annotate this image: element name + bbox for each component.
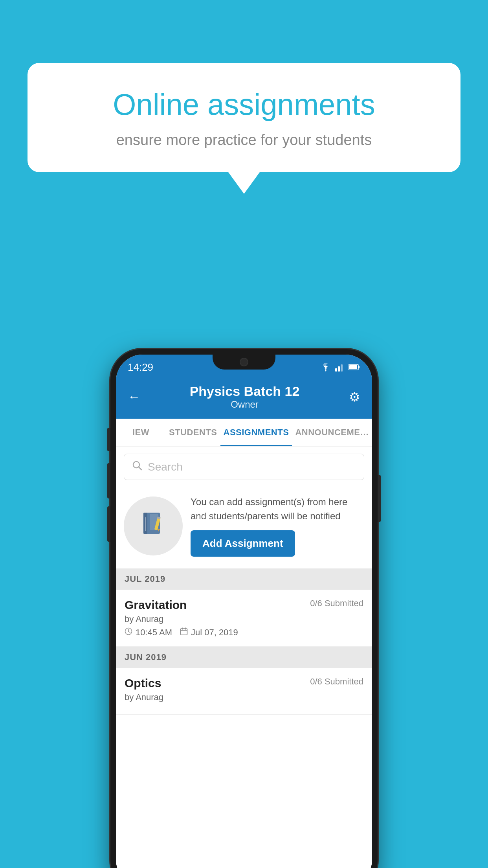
side-btn-volume-up <box>107 463 110 498</box>
assignment-name-gravitation: Gravitation <box>125 598 187 612</box>
clock-icon <box>125 627 132 638</box>
assignment-gravitation[interactable]: Gravitation 0/6 Submitted by Anurag <box>116 590 372 647</box>
add-assignment-promo: You can add assignment(s) from here and … <box>116 487 372 568</box>
phone-notch <box>213 355 275 370</box>
svg-line-7 <box>139 467 141 470</box>
batch-subtitle: Owner <box>190 399 300 410</box>
tab-announcements[interactable]: ANNOUNCEME… <box>292 419 372 446</box>
svg-rect-5 <box>349 365 357 369</box>
phone-screen: 14:29 <box>116 355 372 868</box>
add-assignment-button[interactable]: Add Assignment <box>191 530 295 557</box>
search-placeholder: Search <box>148 461 183 473</box>
tab-students[interactable]: STUDENTS <box>166 419 220 446</box>
back-button[interactable]: ← <box>128 390 140 404</box>
phone-camera <box>240 358 248 366</box>
search-icon <box>132 460 142 473</box>
svg-rect-1 <box>338 366 340 371</box>
svg-rect-18 <box>180 629 187 635</box>
signal-icon <box>335 363 345 371</box>
tab-assignments[interactable]: ASSIGNMENTS <box>220 419 292 446</box>
phone-frame: 14:29 <box>110 349 378 868</box>
header-title-block: Physics Batch 12 Owner <box>190 384 300 410</box>
section-jul-2019: JUL 2019 <box>116 568 372 590</box>
phone-outer: 14:29 <box>110 349 378 868</box>
wifi-icon <box>320 363 331 371</box>
status-icons <box>320 363 360 371</box>
calendar-icon <box>180 627 188 638</box>
speech-bubble-title: Online assignments <box>55 86 433 122</box>
assignment-optics[interactable]: Optics 0/6 Submitted by Anurag <box>116 668 372 715</box>
meta-date: Jul 07, 2019 <box>180 627 238 638</box>
app-header: ← Physics Batch 12 Owner ⚙ <box>116 377 372 419</box>
assignment-date: Jul 07, 2019 <box>191 627 238 638</box>
side-btn-volume-mute <box>107 428 110 451</box>
tabs-bar: IEW STUDENTS ASSIGNMENTS ANNOUNCEME… <box>116 419 372 447</box>
battery-icon <box>349 364 360 371</box>
section-jun-2019: JUN 2019 <box>116 647 372 668</box>
notebook-icon <box>139 509 167 542</box>
batch-title: Physics Batch 12 <box>190 384 300 399</box>
side-btn-volume-down <box>107 506 110 542</box>
assignment-submitted-gravitation: 0/6 Submitted <box>310 598 363 609</box>
svg-rect-0 <box>335 368 337 371</box>
tab-iew[interactable]: IEW <box>116 419 166 446</box>
content-area: Search <box>116 447 372 868</box>
svg-line-17 <box>128 631 130 633</box>
section-jun-label: JUN 2019 <box>125 652 167 662</box>
speech-bubble-container: Online assignments ensure more practice … <box>28 63 460 194</box>
speech-bubble-arrow <box>228 172 260 194</box>
assignment-meta-gravitation: 10:45 AM Jul 07, 201 <box>125 627 363 638</box>
promo-text: You can add assignment(s) from here and … <box>191 495 364 523</box>
assignment-submitted-optics: 0/6 Submitted <box>310 677 363 687</box>
search-bar[interactable]: Search <box>124 454 364 480</box>
side-btn-power <box>378 475 381 522</box>
meta-time: 10:45 AM <box>125 627 172 638</box>
assignment-by-gravitation: by Anurag <box>125 614 363 624</box>
settings-icon[interactable]: ⚙ <box>349 390 360 405</box>
assignment-row-top: Gravitation 0/6 Submitted <box>125 598 363 612</box>
promo-icon-circle <box>124 497 183 555</box>
assignment-by-optics: by Anurag <box>125 692 363 702</box>
speech-bubble-subtitle: ensure more practice for your students <box>55 132 433 149</box>
promo-content: You can add assignment(s) from here and … <box>191 495 364 557</box>
speech-bubble: Online assignments ensure more practice … <box>28 63 460 172</box>
assignment-row-top-optics: Optics 0/6 Submitted <box>125 677 363 690</box>
section-jul-label: JUL 2019 <box>125 574 165 584</box>
svg-rect-4 <box>358 366 360 368</box>
assignment-name-optics: Optics <box>125 677 161 690</box>
assignment-time: 10:45 AM <box>136 627 172 638</box>
svg-rect-2 <box>341 364 343 371</box>
status-time: 14:29 <box>128 361 153 373</box>
